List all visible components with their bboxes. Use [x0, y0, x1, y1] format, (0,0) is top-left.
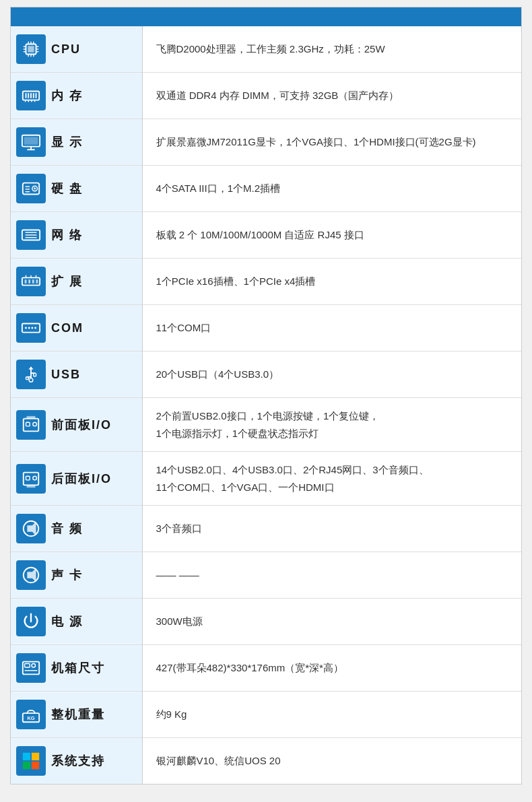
label-text-memory: 内 存 [51, 88, 83, 104]
svg-point-30 [34, 188, 36, 190]
svg-rect-76 [32, 753, 39, 760]
table-row: 扩 展1个PCIe x16插槽、1个PCIe x4插槽 [11, 259, 521, 305]
display-icon [16, 127, 46, 157]
label-text-audio: 音 频 [51, 521, 83, 537]
value-cell-audio: 3个音频口 [142, 506, 521, 552]
value-cell-com: 11个COM口 [142, 305, 521, 352]
label-cell-chassis: 机箱尺寸 [11, 645, 142, 692]
svg-rect-53 [34, 373, 36, 376]
label-cell-memory: 内 存 [11, 73, 142, 119]
svg-point-47 [25, 327, 27, 329]
label-cell-network: 网 络 [11, 212, 142, 259]
svg-rect-17 [30, 93, 32, 98]
value-cell-memory: 双通道 DDR4 内存 DIMM，可支持 32GB（国产内存） [142, 73, 521, 119]
svg-rect-63 [26, 476, 30, 480]
table-row: CPU飞腾D2000处理器，工作主频 2.3GHz，功耗：25W [11, 26, 521, 73]
value-cell-usb: 20个USB口（4个USB3.0） [142, 352, 521, 398]
svg-rect-58 [26, 415, 35, 418]
svg-rect-18 [33, 93, 34, 98]
label-text-weight: 整机重量 [51, 706, 105, 723]
spec-table: CPU飞腾D2000处理器，工作主频 2.3GHz，功耗：25W内 存双通道 D… [11, 26, 521, 784]
value-cell-expansion: 1个PCIe x16插槽、1个PCIe x4插槽 [142, 259, 521, 305]
label-cell-usb: USB [11, 352, 142, 398]
svg-rect-77 [23, 762, 30, 769]
label-text-cpu: CPU [51, 42, 81, 57]
label-cell-hdd: 硬 盘 [11, 166, 142, 212]
svg-point-56 [29, 378, 33, 382]
label-cell-expansion: 扩 展 [11, 259, 142, 305]
cpu-icon [16, 34, 46, 64]
page-title [11, 7, 521, 26]
svg-rect-78 [32, 762, 39, 769]
value-cell-power: 300W电源 [142, 599, 521, 645]
label-text-front-io: 前面板I/O [51, 417, 112, 433]
os-icon [16, 746, 46, 776]
label-cell-display: 显 示 [11, 119, 142, 166]
label-cell-power: 电 源 [11, 599, 142, 645]
value-cell-weight: 约9 Kg [142, 692, 521, 738]
label-text-network: 网 络 [51, 227, 83, 243]
soundcard-icon [16, 560, 46, 590]
label-cell-front-io: 前面板I/O [11, 398, 142, 452]
svg-rect-75 [23, 753, 30, 760]
svg-rect-40 [28, 279, 30, 283]
table-row: 网 络板载 2 个 10M/100M/1000M 自适应 RJ45 接口 [11, 212, 521, 259]
label-cell-os: 系统支持 [11, 738, 142, 784]
table-row: 后面板I/O14个USB2.0口、4个USB3.0口、2个RJ45网口、3个音频… [11, 452, 521, 506]
value-cell-soundcard: —— —— [142, 552, 521, 599]
power-icon [16, 607, 46, 636]
svg-rect-42 [36, 279, 38, 283]
label-cell-com: COM [11, 305, 142, 352]
table-row: 内 存双通道 DDR4 内存 DIMM，可支持 32GB（国产内存） [11, 73, 521, 119]
svg-marker-68 [27, 568, 36, 582]
svg-rect-55 [26, 377, 29, 380]
value-cell-network: 板载 2 个 10M/100M/1000M 自适应 RJ45 接口 [142, 212, 521, 259]
weight-icon: KG [16, 700, 46, 729]
table-row: 显 示扩展景嘉微JM72011G显卡，1个VGA接口、1个HDMI接口(可选2G… [11, 119, 521, 166]
value-cell-chassis: 427(带耳朵482)*330*176mm（宽*深*高） [142, 645, 521, 692]
svg-point-60 [33, 422, 37, 426]
table-row: 音 频3个音频口 [11, 506, 521, 552]
label-text-com: COM [51, 321, 84, 335]
label-text-os: 系统支持 [51, 753, 105, 769]
table-row: USB20个USB口（4个USB3.0） [11, 352, 521, 398]
label-cell-rear-io: 后面板I/O [11, 452, 142, 506]
com-icon [16, 313, 46, 343]
value-cell-front-io: 2个前置USB2.0接口，1个电源按键，1个复位键，1个电源指示灯，1个硬盘状态… [142, 398, 521, 452]
label-text-expansion: 扩 展 [51, 273, 83, 290]
table-row: 电 源300W电源 [11, 599, 521, 645]
chassis-icon [16, 653, 46, 683]
memory-icon [16, 81, 46, 110]
label-text-soundcard: 声 卡 [51, 567, 83, 583]
label-text-chassis: 机箱尺寸 [51, 660, 105, 676]
svg-rect-15 [26, 93, 27, 98]
expansion-icon [16, 267, 46, 296]
value-cell-rear-io: 14个USB2.0口、4个USB3.0口、2个RJ45网口、3个音频口、11个C… [142, 452, 521, 506]
svg-point-50 [34, 327, 36, 329]
value-cell-os: 银河麒麟V10、统信UOS 20 [142, 738, 521, 784]
svg-rect-19 [36, 93, 37, 98]
usb-icon [16, 360, 46, 389]
spec-container: CPU飞腾D2000处理器，工作主频 2.3GHz，功耗：25W内 存双通道 D… [10, 7, 522, 784]
table-row: 机箱尺寸427(带耳朵482)*330*176mm（宽*深*高） [11, 645, 521, 692]
svg-rect-16 [28, 93, 29, 98]
svg-rect-70 [25, 663, 30, 667]
label-cell-cpu: CPU [11, 26, 142, 73]
label-text-hdd: 硬 盘 [51, 180, 83, 197]
label-text-rear-io: 后面板I/O [51, 471, 112, 487]
hdd-icon [16, 174, 46, 203]
value-cell-display: 扩展景嘉微JM72011G显卡，1个VGA接口、1个HDMI接口(可选2G显卡) [142, 119, 521, 166]
svg-rect-27 [24, 137, 38, 145]
label-cell-soundcard: 声 卡 [11, 552, 142, 599]
label-cell-audio: 音 频 [11, 506, 142, 552]
value-cell-cpu: 飞腾D2000处理器，工作主频 2.3GHz，功耗：25W [142, 26, 521, 73]
svg-point-71 [32, 663, 36, 667]
table-row: 声 卡—— —— [11, 552, 521, 599]
label-text-display: 显 示 [51, 134, 83, 150]
label-cell-weight: KG整机重量 [11, 692, 142, 738]
svg-rect-41 [32, 279, 34, 283]
table-row: KG整机重量约9 Kg [11, 692, 521, 738]
svg-text:KG: KG [27, 715, 34, 721]
table-row: COM11个COM口 [11, 305, 521, 352]
table-row: 前面板I/O2个前置USB2.0接口，1个电源按键，1个复位键，1个电源指示灯，… [11, 398, 521, 452]
